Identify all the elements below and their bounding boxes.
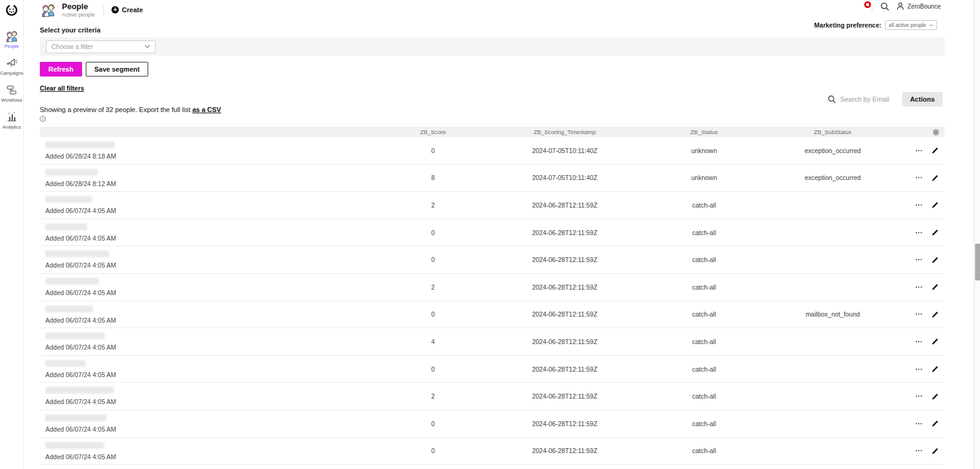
- cell-zb-scoring-timestamp: 2024-06-28T12:11:59Z: [479, 256, 650, 263]
- redacted-name: [45, 196, 92, 203]
- row-added-date: Added 06/07/24 4:05 AM: [45, 234, 387, 242]
- actions-button[interactable]: Actions: [902, 92, 943, 107]
- table-row[interactable]: Added 06/07/24 4:05 AM 2 2024-06-28T12:1…: [40, 274, 944, 301]
- sidebar-item-label: Analytics: [2, 124, 21, 130]
- people-table: ZB_Score ZB_Scoring_Timestamp ZB_Status …: [40, 127, 944, 469]
- edit-pencil-icon[interactable]: [931, 201, 939, 209]
- row-added-date: Added 06/07/24 4:05 AM: [45, 343, 387, 351]
- partial-row-email[interactable]: ammirandap@eafit.edu.co: [40, 465, 944, 469]
- edit-pencil-icon[interactable]: [931, 419, 939, 427]
- scrollbar-thumb[interactable]: [975, 244, 980, 280]
- cell-zb-status: catch-all: [650, 338, 758, 345]
- cell-zb-score: 0: [387, 447, 479, 454]
- app-window: People Campaigns Workflows Analytics Peo…: [0, 0, 980, 469]
- row-menu-icon[interactable]: [916, 259, 922, 260]
- table-row[interactable]: Added 06/07/24 4:05 AM 2 2024-06-28T12:1…: [40, 383, 944, 410]
- row-menu-icon[interactable]: [916, 313, 922, 315]
- col-zb-substatus[interactable]: ZB_SubStatus: [758, 129, 908, 135]
- col-zb-scoring-timestamp[interactable]: ZB_Scoring_Timestamp: [479, 129, 650, 135]
- refresh-button[interactable]: Refresh: [40, 62, 82, 77]
- redacted-name: [45, 387, 114, 394]
- create-button[interactable]: + Create: [111, 6, 143, 13]
- col-zb-status[interactable]: ZB_Status: [650, 129, 758, 135]
- redacted-name: [45, 332, 105, 339]
- row-menu-icon[interactable]: [916, 204, 922, 206]
- edit-pencil-icon[interactable]: [931, 447, 939, 455]
- table-row[interactable]: Added 06/07/24 4:05 AM 0 2024-06-28T12:1…: [40, 410, 944, 438]
- edit-pencil-icon[interactable]: [931, 283, 939, 291]
- cell-zb-score: 4: [387, 338, 479, 345]
- sidebar-item-workflows[interactable]: Workflows: [1, 84, 22, 103]
- cell-zb-score: 0: [387, 420, 479, 427]
- vertical-scrollbar[interactable]: [974, 0, 980, 469]
- table-header: ZB_Score ZB_Scoring_Timestamp ZB_Status …: [40, 127, 944, 137]
- account-name: ZeroBounce: [908, 3, 941, 10]
- sidebar-item-label: Campaigns: [0, 70, 23, 76]
- row-menu-icon[interactable]: [916, 150, 922, 151]
- clear-all-filters-link[interactable]: Clear all filters: [40, 84, 84, 92]
- help-icon[interactable]: ?: [40, 116, 46, 122]
- table-row[interactable]: Added 06/07/24 4:05 AM 0 2024-06-28T12:1…: [40, 301, 944, 329]
- cell-zb-scoring-timestamp: 2024-06-28T12:11:59Z: [479, 392, 650, 400]
- account-menu[interactable]: ZeroBounce: [896, 2, 941, 10]
- table-row[interactable]: Added 06/07/24 4:05 AM 2 2024-06-28T12:1…: [40, 192, 944, 219]
- table-row[interactable]: Added 06/07/24 4:05 AM 0 2024-06-28T12:1…: [40, 356, 944, 383]
- edit-pencil-icon[interactable]: [931, 310, 939, 318]
- table-row[interactable]: Added 06/07/24 4:05 AM 4 2024-06-28T12:1…: [40, 328, 944, 356]
- table-row[interactable]: Added 06/07/24 4:05 AM 0 2024-06-28T12:1…: [40, 219, 944, 247]
- cell-zb-substatus: mailbox_not_found: [758, 310, 908, 318]
- row-menu-icon[interactable]: [916, 341, 922, 342]
- sidebar: People Campaigns Workflows Analytics: [0, 0, 24, 469]
- search-icon[interactable]: [880, 2, 889, 11]
- edit-pencil-icon[interactable]: [931, 337, 939, 345]
- row-menu-icon[interactable]: [916, 423, 922, 424]
- record-extension-icon[interactable]: ↓: [864, 1, 873, 11]
- export-csv-link[interactable]: as a CSV: [192, 106, 221, 113]
- chevron-down-icon: [145, 45, 150, 48]
- sidebar-item-people[interactable]: People: [4, 30, 19, 49]
- table-row[interactable]: Added 06/28/24 8:12 AM 8 2024-07-05T10:1…: [40, 165, 944, 192]
- row-menu-icon[interactable]: [916, 369, 922, 370]
- cell-zb-status: unknown: [650, 174, 758, 181]
- edit-pencil-icon[interactable]: [931, 174, 939, 182]
- edit-pencil-icon[interactable]: [931, 256, 939, 264]
- search-icon: [827, 95, 836, 103]
- table-body: Added 06/28/24 8:18 AM 0 2024-07-05T10:1…: [40, 137, 944, 465]
- sidebar-item-analytics[interactable]: Analytics: [2, 111, 21, 130]
- customerio-logo-icon[interactable]: [5, 3, 18, 19]
- row-added-date: Added 06/07/24 4:05 AM: [45, 261, 387, 269]
- row-menu-icon[interactable]: [916, 232, 922, 233]
- redacted-name: [45, 442, 104, 449]
- cell-zb-status: catch-all: [650, 447, 758, 454]
- edit-pencil-icon[interactable]: [931, 365, 939, 373]
- cell-zb-score: 8: [387, 174, 479, 181]
- edit-pencil-icon[interactable]: [931, 146, 939, 154]
- save-segment-button[interactable]: Save segment: [86, 62, 148, 77]
- row-menu-icon[interactable]: [916, 450, 922, 451]
- row-added-date: Added 06/28/24 8:12 AM: [45, 180, 387, 187]
- table-row[interactable]: Added 06/07/24 4:05 AM 0 2024-06-28T12:1…: [40, 438, 944, 465]
- redacted-name: [45, 306, 93, 312]
- table-row[interactable]: Added 06/07/24 4:05 AM 0 2024-06-28T12:1…: [40, 246, 944, 274]
- cell-zb-status: catch-all: [650, 283, 758, 291]
- col-zb-score[interactable]: ZB_Score: [387, 129, 479, 135]
- filter-bar: Choose a filter: [40, 37, 944, 56]
- megaphone-icon: [6, 57, 18, 69]
- row-menu-icon[interactable]: [916, 287, 922, 288]
- edit-pencil-icon[interactable]: [931, 392, 939, 400]
- filter-select[interactable]: Choose a filter: [46, 40, 156, 53]
- cell-zb-score: 0: [387, 366, 479, 373]
- marketing-preference: Marketing preference: all active people: [814, 20, 937, 30]
- row-menu-icon[interactable]: [916, 177, 922, 178]
- row-added-date: Added 06/28/24 8:18 AM: [45, 152, 387, 160]
- edit-pencil-icon[interactable]: [931, 228, 939, 236]
- search-email-input[interactable]: [840, 96, 892, 103]
- row-menu-icon[interactable]: [916, 396, 922, 397]
- page-header: People Active people + Create: [24, 0, 980, 18]
- cell-zb-status: catch-all: [650, 201, 758, 209]
- sidebar-item-campaigns[interactable]: Campaigns: [0, 57, 23, 76]
- gear-icon[interactable]: [932, 129, 940, 136]
- marketing-preference-select[interactable]: all active people: [885, 20, 937, 30]
- redacted-name: [45, 415, 107, 421]
- table-row[interactable]: Added 06/28/24 8:18 AM 0 2024-07-05T10:1…: [40, 137, 944, 165]
